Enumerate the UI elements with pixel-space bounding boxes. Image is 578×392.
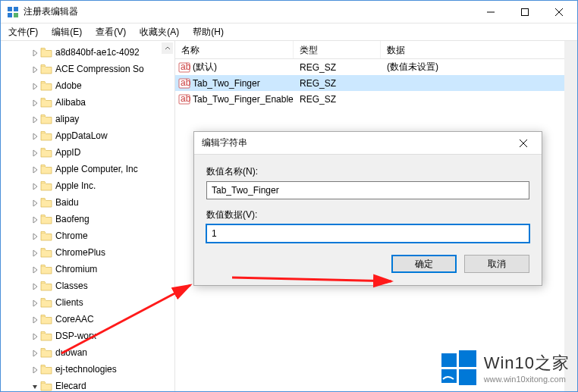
- list-body: ab(默认)REG_SZ(数值未设置)abTab_Two_FingerREG_S…: [175, 59, 577, 107]
- tree-item[interactable]: CoreAAC: [1, 311, 174, 328]
- regedit-icon: [7, 6, 19, 18]
- value-data-label: 数值数据(V):: [206, 209, 529, 221]
- chevron-right-icon[interactable]: [31, 365, 39, 373]
- chevron-right-icon[interactable]: [31, 182, 39, 190]
- tree-item[interactable]: alipay: [1, 111, 174, 127]
- value-row[interactable]: abTab_Two_Finger_EnableREG_SZ: [175, 91, 577, 107]
- chevron-right-icon[interactable]: [31, 315, 39, 323]
- ok-button[interactable]: 确定: [391, 255, 457, 273]
- chevron-right-icon[interactable]: [31, 349, 39, 356]
- menu-edit[interactable]: 编辑(E): [49, 24, 85, 40]
- svg-text:ab: ab: [181, 93, 190, 104]
- svg-rect-1: [14, 7, 18, 11]
- tree-item-label: Chrome: [55, 230, 88, 241]
- tree-item-label: CoreAAC: [55, 314, 94, 325]
- chevron-right-icon[interactable]: [31, 99, 39, 106]
- vertical-scrollbar[interactable]: [564, 41, 577, 391]
- tree-item[interactable]: duowan: [1, 344, 174, 361]
- chevron-right-icon[interactable]: [31, 332, 39, 340]
- maximize-button[interactable]: [507, 1, 542, 23]
- tree-item[interactable]: Chrome: [1, 227, 174, 244]
- tree-item-label: Baidu: [55, 197, 79, 208]
- tree-item[interactable]: DSP-worx: [1, 328, 174, 344]
- chevron-right-icon[interactable]: [31, 199, 39, 206]
- value-name-input[interactable]: [206, 181, 529, 199]
- folder-icon: [40, 297, 52, 308]
- col-name[interactable]: 名称: [175, 41, 294, 58]
- tree-item[interactable]: Adobe: [1, 77, 174, 94]
- folder-icon: [40, 247, 52, 258]
- menu-favorites[interactable]: 收藏夹(A): [137, 24, 182, 40]
- svg-text:ab: ab: [181, 61, 190, 72]
- value-data-input[interactable]: [206, 224, 529, 243]
- folder-icon: [40, 80, 52, 91]
- folder-icon: [40, 130, 52, 141]
- registry-tree[interactable]: a8d840bf-ae1c-4092ACE Compression SoAdob…: [1, 41, 174, 391]
- folder-icon: [40, 180, 52, 191]
- tree-item-label: DSP-worx: [55, 331, 96, 341]
- chevron-right-icon[interactable]: [31, 132, 39, 140]
- svg-rect-21: [459, 369, 476, 385]
- close-button[interactable]: [542, 1, 576, 23]
- window-title: 注册表编辑器: [24, 5, 473, 18]
- tree-item[interactable]: ACE Compression So: [1, 61, 174, 77]
- chevron-right-icon[interactable]: [31, 65, 39, 73]
- chevron-right-icon[interactable]: [31, 249, 39, 256]
- col-type[interactable]: 类型: [294, 41, 381, 58]
- chevron-right-icon[interactable]: [31, 49, 39, 56]
- chevron-right-icon[interactable]: [31, 82, 39, 89]
- tree-item[interactable]: Clients: [1, 294, 174, 311]
- folder-icon: [40, 197, 52, 208]
- tree-item[interactable]: Chromium: [1, 261, 174, 278]
- tree-item[interactable]: Baidu: [1, 194, 174, 211]
- chevron-right-icon[interactable]: [31, 232, 39, 240]
- tree-item[interactable]: a8d840bf-ae1c-4092: [1, 44, 174, 61]
- chevron-right-icon[interactable]: [31, 299, 39, 306]
- folder-icon: [40, 64, 52, 74]
- cancel-button[interactable]: 取消: [464, 255, 529, 273]
- tree-item-label: Classes: [55, 281, 88, 291]
- chevron-right-icon[interactable]: [31, 282, 39, 290]
- tree-item[interactable]: Apple Inc.: [1, 177, 174, 194]
- tree-item-label: Apple Inc.: [55, 180, 96, 191]
- tree-item-label: AppID: [55, 147, 80, 158]
- col-data[interactable]: 数据: [381, 41, 577, 58]
- chevron-right-icon[interactable]: [31, 165, 39, 173]
- dialog-title: 编辑字符串: [202, 136, 508, 149]
- tree-item[interactable]: ej-technologies: [1, 361, 174, 378]
- tree-item-label: Chromium: [55, 264, 97, 274]
- string-value-icon: ab: [178, 61, 190, 74]
- minimize-button[interactable]: [473, 1, 507, 23]
- svg-rect-3: [14, 13, 18, 17]
- tree-item[interactable]: Alibaba: [1, 94, 174, 111]
- value-name: (默认): [193, 61, 217, 74]
- chevron-right-icon[interactable]: [31, 215, 39, 223]
- tree-item-label: AppDataLow: [55, 130, 108, 141]
- menu-help[interactable]: 帮助(H): [190, 24, 227, 40]
- value-row[interactable]: abTab_Two_FingerREG_SZ: [175, 75, 577, 91]
- menu-view[interactable]: 查看(V): [93, 24, 129, 40]
- chevron-down-icon[interactable]: [31, 382, 39, 390]
- dialog-close-button[interactable]: [508, 133, 539, 154]
- tree-item[interactable]: Classes: [1, 278, 174, 294]
- tree-item-label: Adobe: [55, 80, 82, 91]
- tree-item[interactable]: Apple Computer, Inc: [1, 161, 174, 177]
- value-name: Tab_Two_Finger: [193, 78, 260, 89]
- folder-icon: [40, 230, 52, 241]
- chevron-right-icon[interactable]: [31, 265, 39, 273]
- svg-rect-19: [459, 350, 476, 367]
- tree-item[interactable]: Elecard: [1, 378, 174, 391]
- tree-item[interactable]: AppID: [1, 144, 174, 161]
- tree-item[interactable]: ChromePlus: [1, 244, 174, 261]
- string-value-icon: ab: [178, 77, 190, 89]
- tree-item-label: a8d840bf-ae1c-4092: [55, 47, 140, 58]
- chevron-right-icon[interactable]: [31, 149, 39, 156]
- value-row[interactable]: ab(默认)REG_SZ(数值未设置): [175, 59, 577, 75]
- list-header: 名称 类型 数据: [175, 41, 577, 59]
- tree-item[interactable]: Baofeng: [1, 211, 174, 227]
- folder-icon: [40, 281, 52, 291]
- chevron-right-icon[interactable]: [31, 115, 39, 123]
- menu-file[interactable]: 文件(F): [5, 24, 41, 40]
- svg-rect-0: [8, 7, 12, 11]
- tree-item[interactable]: AppDataLow: [1, 127, 174, 144]
